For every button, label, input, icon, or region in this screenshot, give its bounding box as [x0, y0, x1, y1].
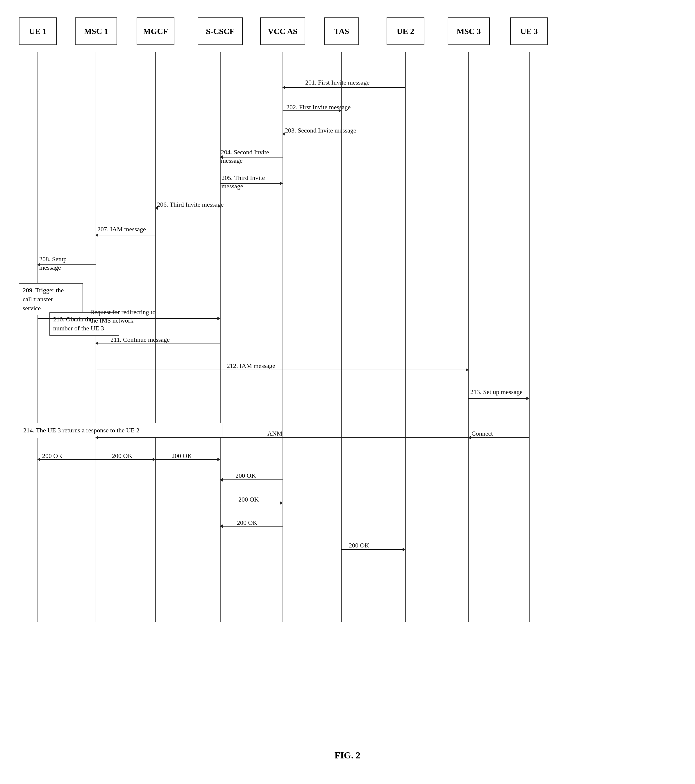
label-208: 208. Setup message — [39, 255, 89, 272]
label-213: 213. Set up message — [470, 388, 525, 396]
label-212: 212. IAM message — [227, 362, 275, 370]
label-200ok-mgcf: 200 OK — [112, 452, 132, 460]
lifeline-ue2 — [405, 52, 406, 622]
lifeline-tas — [341, 52, 342, 622]
lifeline-vccas — [282, 52, 283, 622]
lifeline-scscf — [220, 52, 221, 622]
arrow-201 — [282, 87, 405, 88]
label-200ok-vccas: 200 OK — [238, 496, 259, 504]
label-203: 203. Second Invite message — [285, 127, 357, 135]
entity-ue3: UE 3 — [510, 17, 548, 45]
label-206: 206. Third Invite message — [157, 201, 223, 209]
label-201: 201. First Invite message — [305, 79, 370, 87]
label-connect: Connect — [472, 430, 493, 438]
fig-caption: FIG. 2 — [0, 750, 695, 761]
entity-msc3: MSC 3 — [447, 17, 490, 45]
label-200ok-scscf2: 200 OK — [236, 472, 256, 480]
label-202: 202. First Invite message — [286, 103, 350, 112]
entity-msc1: MSC 1 — [75, 17, 117, 45]
label-204: 204. Second Invite message — [221, 148, 279, 165]
lifeline-ue1 — [38, 52, 38, 622]
label-211: 211. Continue message — [111, 336, 170, 344]
label-205: 205. Third Invite message — [221, 174, 280, 190]
label-200ok-ue1: 200 OK — [42, 452, 63, 460]
entity-ue2: UE 2 — [386, 17, 424, 45]
arrow-212 — [96, 370, 468, 370]
note-209: 209. Trigger thecall transferservice — [19, 283, 83, 315]
arrow-213 — [468, 398, 529, 399]
label-200ok-ue2: 200 OK — [349, 541, 369, 550]
note-214: 214. The UE 3 returns a response to the … — [19, 423, 222, 438]
lifeline-ue3 — [529, 52, 530, 622]
lifeline-msc1 — [96, 52, 96, 622]
entity-scscf: S-CSCF — [198, 17, 243, 45]
entity-ue1: UE 1 — [19, 17, 57, 45]
lifeline-msc3 — [468, 52, 469, 622]
entity-mgcf: MGCF — [137, 17, 174, 45]
label-207: 207. IAM message — [97, 225, 150, 234]
label-anm: ANM — [267, 430, 282, 438]
label-200ok-scscf3: 200 OK — [237, 519, 257, 527]
entity-vccas: VCC AS — [260, 17, 305, 45]
label-200ok-scscf: 200 OK — [172, 452, 192, 460]
label-redirect: Request for redirecting tothe IMS networ… — [90, 308, 180, 324]
diagram: UE 1 MSC 1 MGCF S-CSCF VCC AS TAS UE 2 M… — [0, 0, 695, 784]
arrow-207 — [96, 235, 155, 236]
entity-tas: TAS — [324, 17, 359, 45]
